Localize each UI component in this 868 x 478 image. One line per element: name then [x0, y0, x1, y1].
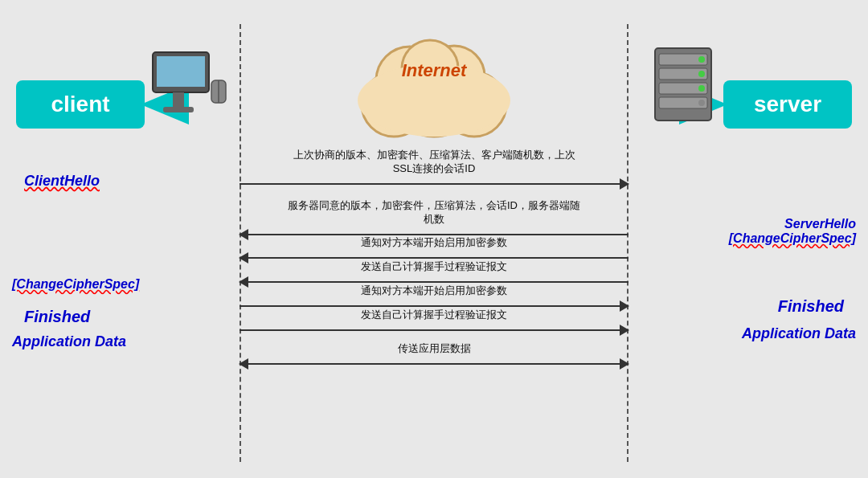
left-change-cipher-spec-label: [ChangeCipherSpec]	[12, 277, 139, 292]
arrow2-label: 服务器同意的版本，加密套件，压缩算法，会话ID，服务器端随机数	[240, 199, 628, 227]
diagram-container: client server	[0, 0, 868, 478]
server-box: server	[723, 80, 852, 129]
right-application-data-label: Application Data	[742, 325, 856, 342]
left-application-data-label: Application Data	[12, 333, 126, 350]
svg-rect-2	[173, 92, 184, 107]
arrow7-label: 传送应用层数据	[240, 341, 628, 356]
arrow4-label: 发送自己计算握手过程验证报文	[240, 259, 628, 274]
client-box: client	[16, 80, 145, 129]
internet-label: Internet	[313, 60, 555, 81]
svg-point-12	[698, 85, 705, 92]
arrow1-container: 上次协商的版本、加密套件、压缩算法、客户端随机数，上次SSL连接的会话ID	[240, 149, 628, 190]
svg-rect-3	[163, 107, 194, 112]
client-label: client	[51, 92, 109, 117]
svg-point-14	[698, 100, 705, 106]
arrow6-label: 发送自己计算握手过程验证报文	[240, 308, 628, 322]
client-hello-label: ClientHello	[24, 173, 100, 190]
right-change-cipher-text: [ChangeCipherSpec]	[729, 231, 856, 246]
arrow2-container: 服务器同意的版本，加密套件，压缩算法，会话ID，服务器端随机数	[240, 199, 628, 241]
arrow1-label: 上次协商的版本、加密套件、压缩算法、客户端随机数，上次SSL连接的会话ID	[240, 149, 628, 176]
right-finished-label: Finished	[778, 297, 844, 316]
computer-icon	[149, 44, 229, 125]
svg-point-8	[698, 56, 705, 63]
svg-point-10	[698, 71, 705, 77]
server-rack-icon	[647, 44, 719, 125]
arrow7-container: 传送应用层数据	[240, 341, 628, 370]
arrow5-label: 通知对方本端开始启用加密参数	[240, 284, 628, 298]
svg-rect-1	[157, 56, 205, 87]
arrow3-label: 通知对方本端开始启用加密参数	[240, 235, 628, 250]
server-hello-text: ServerHello	[729, 217, 856, 231]
arrow6-container: 发送自己计算握手过程验证报文	[240, 308, 628, 337]
server-label: server	[754, 92, 821, 117]
left-finished-label: Finished	[24, 308, 90, 326]
server-hello-label: ServerHello [ChangeCipherSpec]	[729, 217, 856, 246]
